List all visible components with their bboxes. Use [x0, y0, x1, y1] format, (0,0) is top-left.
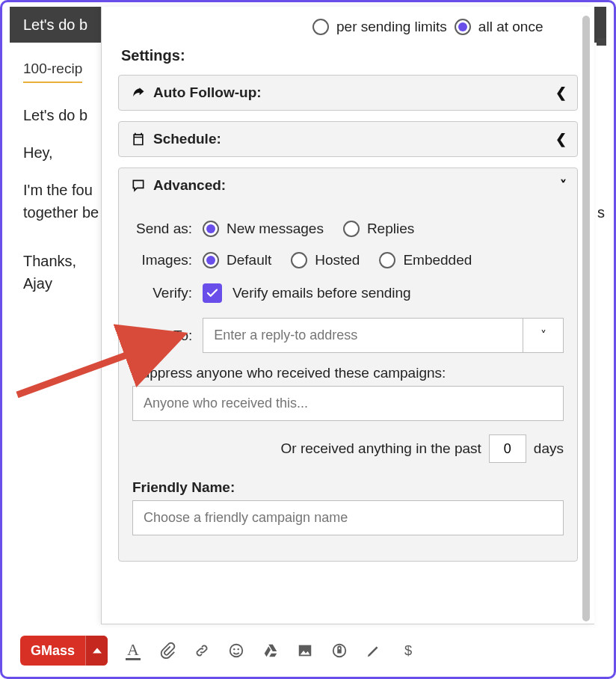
confidential-icon[interactable]: [330, 642, 348, 660]
reply-to-label: Reply-To:: [132, 328, 192, 344]
compose-subject-text: Let's do b: [23, 16, 87, 34]
suppress-input[interactable]: [132, 386, 564, 421]
radio-label: New messages: [227, 221, 324, 237]
gmass-dropdown-caret[interactable]: [85, 636, 108, 666]
format-a-glyph: A: [126, 642, 141, 660]
link-icon[interactable]: [193, 642, 211, 660]
radio-all-at-once[interactable]: [455, 19, 471, 35]
emoji-icon[interactable]: [227, 642, 245, 660]
section-schedule[interactable]: Schedule: ❮: [118, 121, 578, 157]
days-suffix: days: [534, 440, 564, 457]
radio-images-embedded[interactable]: [379, 252, 395, 268]
radio-label: Embedded: [403, 252, 472, 268]
radio-send-as-replies[interactable]: [343, 221, 360, 237]
radio-label: Replies: [367, 221, 414, 237]
reply-to-input[interactable]: [203, 319, 523, 352]
section-title: Schedule:: [153, 131, 221, 147]
svg-rect-6: [337, 649, 342, 654]
svg-point-2: [233, 648, 235, 650]
email-body-line: I'm the fou: [23, 182, 93, 199]
or-received-text: Or received anything in the past: [281, 440, 481, 457]
friendly-name-input[interactable]: [132, 500, 564, 535]
pen-icon[interactable]: [365, 642, 383, 660]
share-arrow-icon: [131, 85, 146, 100]
section-auto-followup[interactable]: Auto Follow-up: ❮: [118, 75, 578, 111]
calendar-icon: [131, 132, 146, 147]
reply-to-dropdown[interactable]: ˅: [523, 319, 563, 352]
verify-text: Verify emails before sending: [232, 285, 411, 301]
radio-images-default[interactable]: [203, 252, 219, 268]
email-body-overflow: s: [597, 204, 605, 221]
suppress-label: Suppress anyone who received these campa…: [132, 365, 564, 381]
scroll-thumb[interactable]: [582, 16, 590, 621]
compose-toolbar: GMass A $: [20, 633, 596, 668]
radio-label: per sending limits: [336, 19, 447, 35]
chevron-down-icon: ˅: [540, 328, 546, 342]
chat-bubble-icon: [131, 178, 146, 193]
radio-label: all at once: [478, 19, 543, 35]
gmass-settings-popup: per sending limits all at once Settings:…: [101, 7, 594, 624]
radio-per-sending-limits[interactable]: [312, 19, 329, 35]
verify-checkbox[interactable]: [203, 283, 222, 303]
radio-label: Hosted: [315, 252, 360, 268]
email-body-line: together be: [23, 204, 99, 221]
images-label: Images:: [132, 252, 192, 268]
chevron-left-icon: ❮: [555, 131, 567, 147]
radio-send-as-new[interactable]: [203, 221, 219, 237]
recipients-field[interactable]: 100-recip: [23, 61, 82, 83]
chevron-down-icon: ˅: [560, 177, 567, 194]
send-as-label: Send as:: [132, 221, 192, 237]
chevron-left-icon: ❮: [555, 85, 567, 101]
email-body-line: Ajay: [23, 275, 52, 292]
format-text-icon[interactable]: A: [124, 642, 142, 660]
compose-titlebar-remainder: [597, 38, 606, 46]
gmass-button-label: GMass: [20, 643, 85, 659]
subject-line-input[interactable]: Let's do b: [23, 107, 87, 124]
settings-heading: Settings:: [121, 47, 578, 64]
section-title: Auto Follow-up:: [153, 85, 262, 101]
svg-point-1: [230, 645, 243, 657]
friendly-name-label: Friendly Name:: [132, 479, 564, 496]
days-input[interactable]: [489, 434, 526, 463]
radio-label: Default: [227, 252, 271, 268]
section-advanced: Advanced: ˅ Send as: New messages Replie…: [118, 168, 578, 562]
gmass-send-button[interactable]: GMass: [20, 636, 108, 666]
radio-images-hosted[interactable]: [291, 252, 307, 268]
drive-icon[interactable]: [262, 642, 280, 660]
svg-text:$: $: [404, 642, 412, 658]
section-title: Advanced:: [153, 177, 226, 194]
email-body-line: Thanks,: [23, 253, 76, 270]
sending-mode-radios: per sending limits all at once: [312, 19, 578, 35]
section-advanced-header[interactable]: Advanced: ˅: [119, 168, 577, 203]
email-body-line: Hey,: [23, 144, 53, 162]
verify-label: Verify:: [132, 285, 192, 301]
dollar-icon[interactable]: $: [399, 642, 417, 660]
image-icon[interactable]: [296, 642, 314, 660]
svg-point-3: [238, 648, 239, 650]
popup-scrollbar[interactable]: [581, 14, 590, 627]
attach-icon[interactable]: [158, 642, 176, 660]
